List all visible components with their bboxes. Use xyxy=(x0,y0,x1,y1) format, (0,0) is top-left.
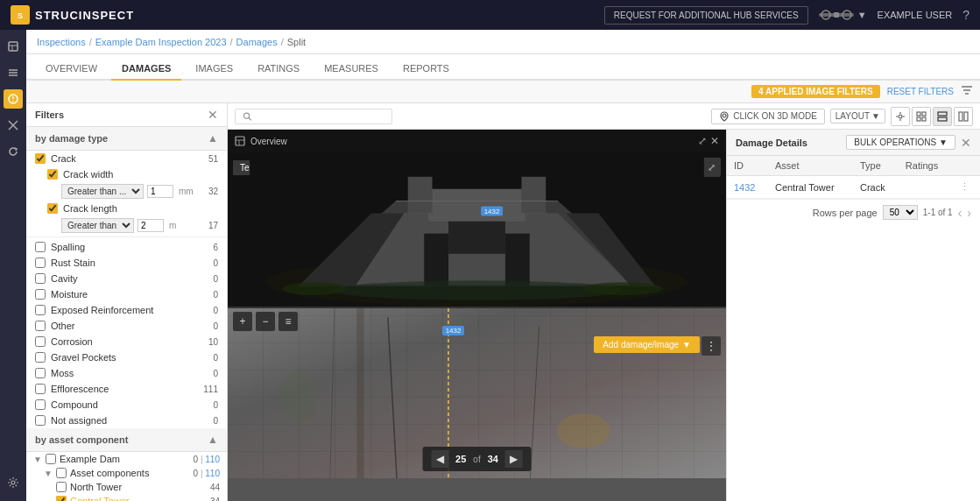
layout-icons xyxy=(891,107,973,126)
image-view-toolbar: + − ≡ xyxy=(233,312,298,331)
3d-damage-marker[interactable]: 1432 xyxy=(481,206,504,215)
3d-viewer-label: Overview xyxy=(250,137,287,146)
image-more-options-icon[interactable]: ⋮ xyxy=(702,336,721,356)
fullscreen-icon[interactable]: ⤢ xyxy=(698,135,707,147)
dam-3d-visualization xyxy=(228,152,726,307)
asset-dam-expand[interactable]: ▼ xyxy=(33,455,42,464)
left-sidebar xyxy=(0,30,26,501)
filter-ruststain-checkbox[interactable] xyxy=(35,258,46,268)
layout-dropdown[interactable]: LAYOUT ▼ xyxy=(830,109,885,123)
tab-measures[interactable]: MEASURES xyxy=(314,58,389,81)
asset-component-section-header: by asset component ▲ xyxy=(26,428,227,452)
damage-row-more-icon[interactable]: ⋮ xyxy=(960,181,969,192)
prev-page-button[interactable]: ‹ xyxy=(958,206,962,220)
breadcrumb-inspection[interactable]: Example Dam Inspection 2023 xyxy=(95,37,227,47)
asset-dam-checkbox[interactable] xyxy=(46,454,56,464)
prev-image-button[interactable]: ◀ xyxy=(431,450,448,468)
zoom-in-button[interactable]: + xyxy=(233,312,252,331)
click-3d-mode-label: CLICK ON 3D MODE xyxy=(733,111,817,121)
next-page-button[interactable]: › xyxy=(967,206,971,220)
toolbar-menu-button[interactable]: ≡ xyxy=(278,312,298,331)
filter-corrosion-checkbox[interactable] xyxy=(35,336,46,347)
damage-id-link[interactable]: 1432 xyxy=(734,182,755,193)
svg-line-22 xyxy=(249,117,251,120)
hub-services-button[interactable]: REQUEST FOR ADDITIONAL HUB SERVICES xyxy=(604,6,808,25)
filter-gravel-count: 0 xyxy=(213,353,218,363)
help-icon[interactable]: ? xyxy=(962,8,969,22)
drone-dropdown[interactable]: ▼ xyxy=(857,10,867,20)
filter-crack-checkbox[interactable] xyxy=(35,153,46,164)
3d-viewer-header: Overview ⤢ ✕ xyxy=(228,130,726,152)
filter-notassigned-count: 0 xyxy=(213,416,218,426)
sidebar-icon-settings[interactable] xyxy=(4,473,23,492)
filter-crack-width-select[interactable]: Greater than ... xyxy=(61,184,144,199)
asset-components-checkbox[interactable] xyxy=(56,468,67,478)
reset-filters-link[interactable]: RESET FILTERS xyxy=(887,87,954,96)
filter-crack-length-condition: Greater than m 17 xyxy=(26,216,227,235)
filter-crack-length-checkbox[interactable] xyxy=(47,203,58,214)
filter-gravel-checkbox[interactable] xyxy=(35,352,46,363)
svg-rect-6 xyxy=(9,42,18,51)
tab-damages[interactable]: DAMAGES xyxy=(111,58,181,81)
filter-crack-width-input[interactable] xyxy=(147,185,173,198)
tab-reports[interactable]: REPORTS xyxy=(392,58,460,81)
add-damage-button[interactable]: Add damage/image ▼ xyxy=(594,336,700,353)
asset-component-toggle[interactable]: ▲ xyxy=(208,434,218,446)
zoom-out-button[interactable]: − xyxy=(256,312,275,331)
filter-panel-close-icon[interactable]: ✕ xyxy=(208,108,218,122)
filter-spalling-row: Spalling 6 xyxy=(26,239,227,255)
damage-details-header: Damage Details BULK OPERATIONS ▼ ✕ xyxy=(727,130,980,156)
sidebar-icon-refresh[interactable] xyxy=(4,142,23,161)
breadcrumb-inspections[interactable]: Inspections xyxy=(37,37,86,47)
sidebar-icon-list[interactable] xyxy=(4,63,23,82)
bulk-operations-button[interactable]: BULK OPERATIONS ▼ xyxy=(846,135,955,150)
svg-rect-46 xyxy=(521,177,546,214)
filter-other-checkbox[interactable] xyxy=(35,321,46,331)
asset-components-expand[interactable]: ▼ xyxy=(44,469,53,478)
damage-details-panel: Damage Details BULK OPERATIONS ▼ ✕ ID As… xyxy=(726,130,980,501)
layout-grid-icon[interactable] xyxy=(912,107,931,126)
click-3d-mode-button[interactable]: CLICK ON 3D MODE xyxy=(711,109,825,124)
damage-details-collapse-icon[interactable]: ✕ xyxy=(961,136,971,150)
image-damage-marker[interactable]: 1432 xyxy=(442,326,465,335)
filter-moss-label: Moss xyxy=(51,368,74,378)
filter-moisture-checkbox[interactable] xyxy=(35,289,46,300)
filter-spalling-checkbox[interactable] xyxy=(35,242,46,252)
tab-images[interactable]: IMAGES xyxy=(185,58,243,81)
3d-canvas[interactable]: Texture ▼ ≡ ? ⤢ xyxy=(228,152,726,307)
next-image-button[interactable]: ▶ xyxy=(505,450,523,468)
filter-compound-checkbox[interactable] xyxy=(35,399,46,410)
layout-columns-icon[interactable] xyxy=(954,107,973,126)
search-input[interactable] xyxy=(257,111,384,122)
sidebar-icon-home[interactable] xyxy=(4,37,23,56)
damage-type-toggle[interactable]: ▲ xyxy=(208,132,218,145)
filter-notassigned-label: Not assigned xyxy=(51,415,107,426)
3d-viewer-close-icon[interactable]: ✕ xyxy=(710,135,719,147)
breadcrumb-damages[interactable]: Damages xyxy=(236,37,278,47)
tab-overview[interactable]: OVERVIEW xyxy=(35,58,108,81)
filter-crack-width-checkbox[interactable] xyxy=(47,169,58,180)
layout-settings-icon[interactable] xyxy=(891,107,910,126)
asset-central-tower-count: 34 xyxy=(210,497,220,502)
filter-moss-checkbox[interactable] xyxy=(35,368,46,378)
filter-crack-length-input[interactable] xyxy=(137,219,164,232)
tab-ratings[interactable]: RATINGS xyxy=(247,58,310,81)
content-area: Overview ⤢ ✕ Texture ▼ xyxy=(228,130,980,501)
sidebar-icon-damage[interactable] xyxy=(4,89,23,109)
rows-per-page-select[interactable]: 50 xyxy=(883,205,918,220)
filter-crack-length-select[interactable]: Greater than xyxy=(61,218,134,233)
layout-split-icon[interactable] xyxy=(933,107,952,126)
rows-per-page-label: Rows per page xyxy=(813,208,878,218)
svg-point-64 xyxy=(557,413,610,448)
filter-notassigned-checkbox[interactable] xyxy=(35,415,46,426)
image-canvas[interactable]: 1432 + − ≡ Add damage/image ▼ xyxy=(228,308,726,478)
asset-north-tower-checkbox[interactable] xyxy=(56,482,67,492)
user-menu[interactable]: EXAMPLE USER xyxy=(878,10,953,20)
filter-exposed-checkbox[interactable] xyxy=(35,305,46,315)
filter-toggle-icon[interactable] xyxy=(961,84,973,99)
filter-efflorescence-checkbox[interactable] xyxy=(35,384,46,394)
sidebar-icon-close[interactable] xyxy=(4,116,23,135)
filter-cavity-checkbox[interactable] xyxy=(35,273,46,284)
svg-point-14 xyxy=(12,101,14,102)
asset-central-tower-checkbox[interactable] xyxy=(56,496,67,501)
